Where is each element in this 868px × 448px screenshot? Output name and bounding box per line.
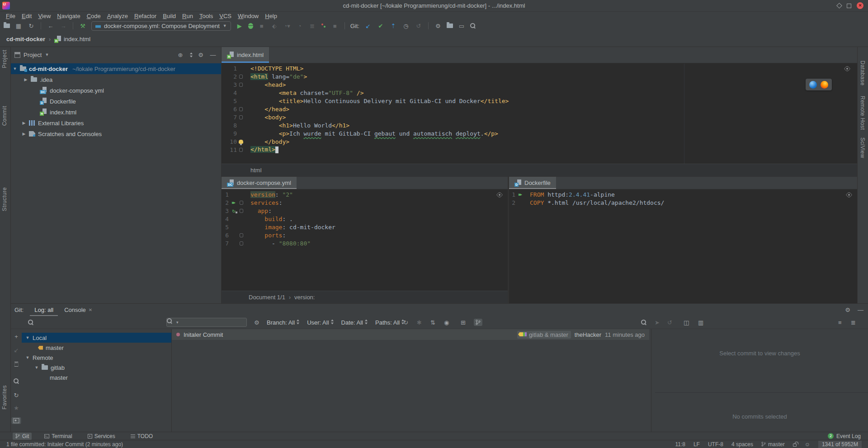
code-line[interactable]: 4 <meta charset="UTF-8" /> — [222, 89, 857, 97]
deepen-history-icon[interactable]: ✱ — [417, 319, 422, 326]
forward-icon[interactable]: → — [59, 23, 67, 29]
menu-file[interactable]: File — [3, 13, 19, 19]
tab-docker-compose[interactable]: docker-compose.yml — [222, 177, 297, 189]
code-line[interactable]: 3↻ app: — [222, 207, 508, 215]
align-left-icon[interactable]: ≡ — [838, 319, 842, 326]
search-icon[interactable] — [14, 378, 19, 385]
stripe-project[interactable]: Project — [1, 50, 8, 68]
wrench-icon[interactable]: ⚙ — [434, 23, 442, 29]
project-tree-item-docker-compose-yml[interactable]: docker-compose.yml — [11, 85, 221, 96]
locate-file-icon[interactable]: ⊕ — [176, 52, 185, 58]
memory-indicator[interactable]: 1341 of 5952M — [818, 441, 862, 448]
stripe-commit[interactable]: Commit — [1, 106, 8, 126]
code-line[interactable]: 6 </head> — [222, 105, 857, 113]
lock-icon[interactable] — [793, 443, 797, 447]
add-icon[interactable]: + — [14, 333, 18, 340]
menu-help[interactable]: Help — [262, 13, 280, 19]
branch-remote-gitlab[interactable]: ▼gitlab — [22, 363, 171, 373]
gear-icon[interactable]: ⚙ — [845, 307, 850, 313]
code-line[interactable]: 9 <p>Ich wurde mit GitLab-CI gebaut und … — [222, 129, 857, 137]
browser-chromium-icon[interactable] — [809, 81, 817, 89]
coverage-icon[interactable]: ◔▾ — [283, 23, 291, 29]
branch-search-icon[interactable] — [28, 320, 33, 325]
git-push-icon[interactable]: ⇡ — [389, 23, 397, 29]
code-line[interactable]: 2COPY *.html /usr/local/apache2/htdocs/ — [509, 198, 857, 207]
favorite-star-icon[interactable]: ★ — [14, 405, 19, 411]
branch-group-remote[interactable]: ▼Remote — [22, 353, 171, 363]
menu-code[interactable]: Code — [84, 13, 104, 19]
event-log-button[interactable]: 2 Event Log — [828, 433, 861, 439]
restore-layout-icon[interactable]: ▭ — [458, 23, 466, 29]
filter-date[interactable]: Date: All — [341, 319, 368, 326]
inspections-eye-icon[interactable] — [844, 66, 851, 71]
code-line[interactable]: 2▶▶services: — [222, 198, 508, 207]
menu-vcs[interactable]: VCS — [216, 13, 235, 19]
code-line[interactable]: 8 <h1>Hello World</h1> — [222, 121, 857, 129]
stripe-database[interactable]: Database — [859, 61, 866, 85]
attach-icon[interactable]: ⬖ — [270, 23, 278, 29]
layout-details-icon[interactable]: ▥ — [698, 319, 703, 326]
align-right-icon[interactable]: ≣ — [851, 319, 856, 326]
build-hammer-icon[interactable]: ⚒ — [79, 23, 87, 29]
menu-tools[interactable]: Tools — [196, 13, 216, 19]
menu-run[interactable]: Run — [179, 13, 196, 19]
editor-index-html[interactable]: 1<!DOCTYPE HTML>2<html lang="de">3 <head… — [222, 63, 857, 154]
inspections-eye-icon[interactable] — [496, 192, 503, 198]
show-diff-preview-icon[interactable] — [12, 417, 21, 424]
highlighting-level-icon[interactable]: ☺ — [805, 441, 810, 448]
code-line[interactable]: 2<html lang="de"> — [222, 72, 857, 80]
toolbar-git-button[interactable]: Git — [13, 433, 32, 440]
project-tree-item-cd-mit-docker[interactable]: ▼cd-mit-docker~/lokale Programmierung/cd… — [11, 63, 221, 74]
filter-user[interactable]: User: All — [307, 319, 334, 326]
git-branch-widget[interactable]: master — [761, 441, 785, 448]
menu-navigate[interactable]: Navigate — [54, 13, 83, 19]
close-button[interactable]: ✕ — [857, 2, 863, 9]
code-line[interactable]: 6 ports: — [222, 231, 508, 239]
tab-index-html[interactable]: index.html — [222, 47, 269, 63]
code-line[interactable]: 4 build: . — [222, 215, 508, 223]
code-line[interactable]: 1▶▶FROM httpd:2.4.41-alpine — [509, 190, 857, 198]
project-tree-item-dockerfile[interactable]: Dockerfile — [11, 96, 221, 107]
project-tree-item-index-html[interactable]: index.html — [11, 107, 221, 118]
branch-remote-master[interactable]: master — [22, 373, 171, 382]
caret-position[interactable]: 11:8 — [675, 441, 685, 448]
stop2-icon[interactable]: ■ — [331, 23, 339, 29]
open-icon[interactable] — [4, 24, 10, 28]
git-commit-icon[interactable]: ✔ — [377, 23, 385, 29]
tab-git-log[interactable]: Log: all — [30, 304, 58, 316]
editor-dockerfile[interactable]: 1▶▶FROM httpd:2.4.41-alpine2COPY *.html … — [509, 189, 857, 207]
collapse-all-icon[interactable] — [190, 52, 193, 57]
editor-breadcrumb-html[interactable]: html — [222, 164, 857, 176]
project-structure-icon[interactable] — [447, 24, 453, 28]
project-tree-item--idea[interactable]: ▶.idea — [11, 74, 221, 85]
gear-icon[interactable]: ⚙ — [196, 52, 205, 58]
minimize-button[interactable] — [836, 3, 842, 9]
debug-icon[interactable] — [248, 23, 253, 29]
sort-icon[interactable]: ⇅ — [430, 319, 435, 326]
save-all-icon[interactable]: ▦ — [14, 23, 23, 29]
filter-gear-icon[interactable]: ⚙ — [254, 319, 259, 326]
code-line[interactable]: 5 image: cd-mit-docker — [222, 223, 508, 231]
toolbar-terminal-button[interactable]: Terminal — [42, 433, 75, 440]
code-line[interactable]: 10 </body> — [222, 137, 857, 146]
code-line[interactable]: 11</html> — [222, 146, 857, 154]
code-line[interactable]: 3 <head> — [222, 80, 857, 89]
menu-build[interactable]: Build — [160, 13, 179, 19]
hide-panel-icon[interactable]: — — [208, 52, 217, 58]
profiler-icon[interactable] — [321, 23, 326, 28]
go-forward-icon[interactable]: ➤ — [655, 319, 660, 326]
project-tree-item-scratches-and-consoles[interactable]: ▶Scratches and Consoles — [11, 128, 221, 139]
project-tree-item-external-libraries[interactable]: ▶External Libraries — [11, 118, 221, 128]
run-icon[interactable]: ▶ — [236, 23, 244, 29]
checkout-icon[interactable]: ↙ — [14, 347, 19, 354]
fetch-refresh-icon[interactable]: ↻ — [14, 392, 19, 399]
refresh-icon[interactable]: ↻ — [403, 319, 408, 326]
code-line[interactable]: 1<!DOCTYPE HTML> — [222, 64, 857, 72]
breadcrumb-file[interactable]: index.html — [54, 36, 90, 43]
maximize-button[interactable] — [847, 4, 851, 8]
stripe-remote-host[interactable]: Remote Host — [859, 96, 866, 130]
menu-view[interactable]: View — [35, 13, 54, 19]
sync-icon[interactable]: ↻ — [27, 23, 35, 29]
breadcrumb-project[interactable]: cd-mit-docker — [6, 36, 45, 42]
code-line[interactable]: 1version: "2" — [222, 190, 508, 198]
